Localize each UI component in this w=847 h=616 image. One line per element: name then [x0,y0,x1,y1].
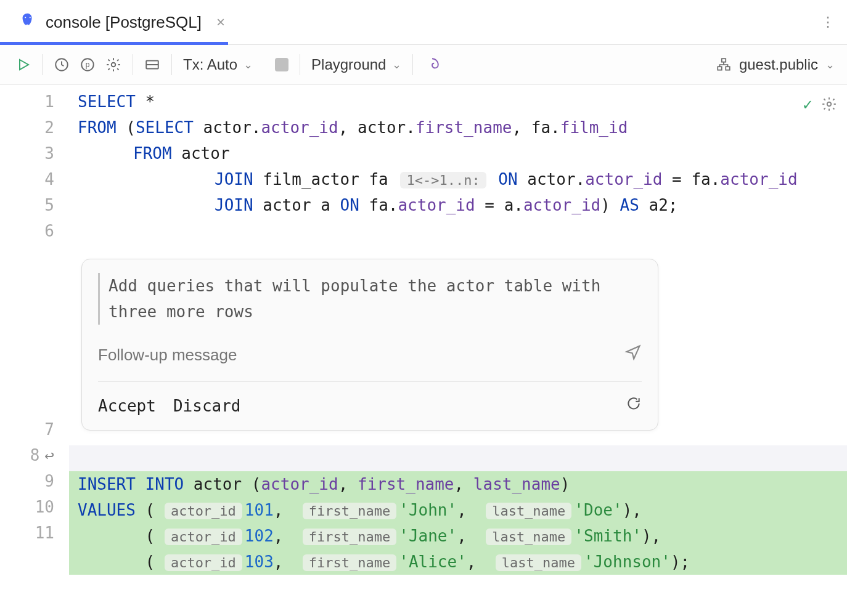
playground-label: Playground [311,56,386,73]
svg-rect-7 [726,67,730,70]
line-number: 10 [0,494,54,520]
schema-label: guest.public [739,56,818,73]
tab-title: console [PostgreSQL] [46,13,202,32]
regenerate-icon[interactable] [626,393,642,419]
undo-icon[interactable]: ↩ [44,442,54,468]
line-number: 6 [0,218,54,244]
line-number: 9 [0,468,54,494]
ai-swirl-icon[interactable] [424,57,440,73]
svg-rect-5 [722,59,726,62]
line-number: 1 [0,89,54,115]
line-number: 5 [0,192,54,218]
param-hint: first_name [303,554,396,571]
param-hint: last_name [486,529,571,545]
param-hint: actor_id [165,529,242,545]
postgresql-icon [18,12,37,33]
blank-line [69,445,847,471]
run-icon[interactable] [16,57,31,72]
tab-active-indicator [0,42,228,45]
send-icon[interactable] [624,342,642,368]
line-number: 4 [0,166,54,192]
schema-icon [716,57,732,73]
param-hint: first_name [303,529,396,545]
stop-icon[interactable] [275,58,288,71]
accept-button[interactable]: Accept [98,393,156,419]
playground-dropdown[interactable]: Playground ⌄ [311,56,401,73]
ai-inserted-block: INSERT INTO actor (actor_id, first_name,… [69,471,847,575]
line-number: 2 [0,115,54,140]
param-hint: actor_id [165,503,242,519]
param-hint: last_name [486,503,571,519]
param-hint: actor_id [165,554,242,571]
chevron-down-icon: ⌄ [392,58,401,71]
tab-bar: console [PostgreSQL] × ⋮ [0,0,847,45]
line-number: 11 [0,520,54,546]
join-cardinality-hint: 1<->1..n: [400,172,486,188]
explain-plan-icon[interactable]: p [80,57,96,73]
svg-rect-6 [718,67,722,70]
discard-button[interactable]: Discard [173,393,241,419]
chevron-down-icon: ⌄ [243,58,253,71]
param-hint: first_name [303,503,396,519]
close-icon[interactable]: × [216,14,225,31]
line-number: 7 [0,416,54,442]
tab-console[interactable]: console [PostgreSQL] × [0,0,236,44]
tx-mode-label: Tx: Auto [183,56,237,73]
ai-prompt-text: Add queries that will populate the actor… [98,273,642,325]
toolbar: p Tx: Auto ⌄ Playground ⌄ [0,45,847,85]
schema-selector[interactable]: guest.public ⌄ [716,56,835,73]
gutter: 1 2 3 4 5 6 7 8↩ 9 10 11 [0,85,69,578]
code-area[interactable]: SELECT * FROM (SELECT actor.actor_id, ac… [69,85,847,578]
output-layout-icon[interactable] [144,57,160,73]
param-hint: last_name [496,554,581,571]
ai-inline-panel: Add queries that will populate the actor… [81,259,658,431]
line-number: 8↩ [0,442,54,468]
more-icon[interactable]: ⋮ [821,14,835,30]
sql-editor[interactable]: ✓ 1 2 3 4 5 6 7 8↩ 9 10 11 SELECT * FROM… [0,85,847,578]
tx-mode-dropdown[interactable]: Tx: Auto ⌄ [183,56,253,73]
svg-point-3 [112,63,116,67]
history-icon[interactable] [54,57,70,73]
svg-text:p: p [86,60,90,69]
chevron-down-icon: ⌄ [825,58,835,71]
ai-followup-input[interactable] [98,346,533,365]
line-number: 3 [0,140,54,166]
settings-icon[interactable] [105,57,121,73]
